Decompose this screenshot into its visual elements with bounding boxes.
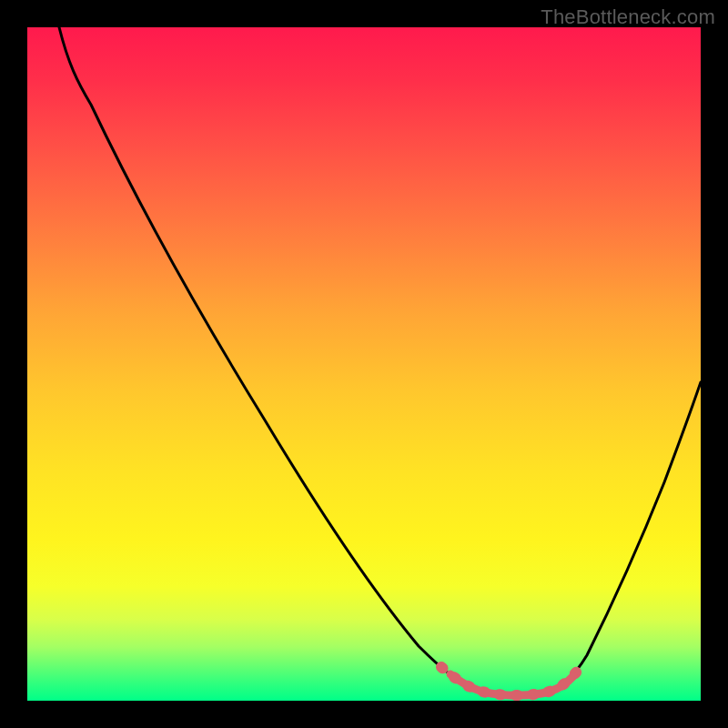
chart-frame: TheBottleneck.com bbox=[0, 0, 728, 728]
watermark-text: TheBottleneck.com bbox=[541, 5, 715, 29]
bottleneck-curve-path bbox=[59, 27, 701, 695]
plot-area bbox=[27, 27, 701, 701]
curve-svg bbox=[27, 27, 701, 701]
